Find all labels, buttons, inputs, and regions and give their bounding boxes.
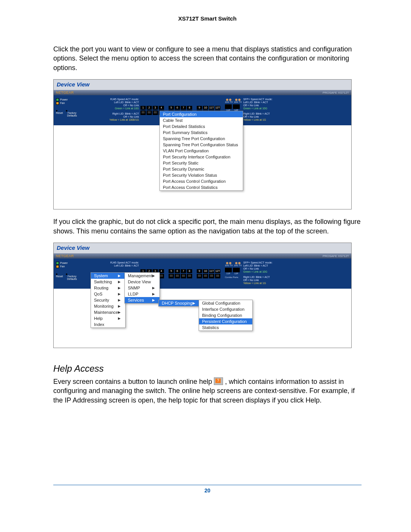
menu-port-access-control-config[interactable]: Port Access Control Configuration [160, 178, 243, 184]
menu-monitoring[interactable]: Monitoring▶ [91, 303, 125, 309]
menu-interface-config[interactable]: Interface Configuration [199, 306, 252, 312]
device-view-panel-2: Device View NETGEAR PROSAFE XS712T Power… [53, 243, 352, 348]
menu-security[interactable]: Security▶ [91, 297, 125, 303]
paragraph-2: If you click the graphic, but do not cli… [53, 217, 362, 236]
port-context-menu[interactable]: Port Configuration Cable Test Port Detai… [159, 111, 243, 191]
menu-cable-test[interactable]: Cable Test [160, 117, 243, 123]
menu-lldp[interactable]: LLDP▶ [125, 291, 159, 297]
help-icon [214, 377, 223, 385]
device-view-panel-1: Device View NETGEAR PROSAFE XS712T Power… [53, 79, 352, 209]
led-fan: Fan [60, 102, 65, 104]
brand-text: NETGEAR [56, 91, 74, 94]
main-menu-col3[interactable]: DHCP Snooping▶ [158, 300, 200, 307]
led-factory: Factory Defaults [67, 112, 77, 117]
menu-switching[interactable]: Switching▶ [91, 279, 125, 285]
menu-routing[interactable]: Routing▶ [91, 285, 125, 291]
menu-port-summary-statistics[interactable]: Port Summary Statistics [160, 129, 243, 136]
model-text: PROSAFE XS712T [323, 90, 351, 95]
menu-port-configuration[interactable]: Port Configuration [160, 111, 243, 117]
menu-management[interactable]: Management▶ [125, 273, 159, 279]
panel-title-2: Device View [54, 243, 351, 254]
led-reset: Reset [56, 112, 63, 114]
main-menu-col4[interactable]: Global Configuration Interface Configura… [199, 300, 253, 331]
menu-snmp[interactable]: SNMP▶ [125, 285, 159, 291]
menu-services[interactable]: Services▶ [125, 297, 159, 303]
menu-device-view[interactable]: Device View [125, 279, 159, 285]
model-text-2: PROSAFE XS712T [323, 254, 351, 259]
paragraph-3: Every screen contains a button to launch… [53, 377, 362, 405]
menu-qos[interactable]: QoS▶ [91, 291, 125, 297]
menu-stp-port-config[interactable]: Spanning Tree Port Configuration [160, 136, 243, 142]
help-access-heading: Help Access [53, 363, 362, 374]
menu-system[interactable]: System▶ [91, 273, 125, 279]
menu-port-security-dynamic[interactable]: Port Security Dynamic [160, 166, 243, 172]
menu-stp-port-config-status[interactable]: Spanning Tree Port Configuration Status [160, 142, 243, 148]
menu-global-config[interactable]: Global Configuration [199, 300, 252, 306]
menu-binding-config[interactable]: Binding Configuration [199, 312, 252, 318]
legend-left: RJ45 Speed ACT mode: Left LID: Blink = A… [78, 92, 140, 121]
menu-port-access-control-stats[interactable]: Port Access Control Statistics [160, 184, 243, 190]
menu-statistics[interactable]: Statistics [199, 324, 252, 331]
footer-rule [53, 485, 362, 485]
menu-maintenance[interactable]: Maintenance▶ [91, 309, 125, 315]
menu-index[interactable]: Index [91, 321, 125, 328]
legend-right: SFP+ Speed ACT mode: Left LID: Blink = A… [242, 92, 285, 121]
doc-title: XS712T Smart Switch [53, 15, 362, 22]
menu-port-security-violation[interactable]: Port Security Violation Status [160, 172, 243, 178]
panel-title: Device View [54, 80, 351, 90]
main-menu-col2[interactable]: Management▶ Device View SNMP▶ LLDP▶ Serv… [124, 272, 160, 304]
paragraph-1: Click the port you want to view or confi… [53, 45, 362, 72]
menu-port-security-interface[interactable]: Port Security Interface Configuration [160, 154, 243, 160]
menu-vlan-port-config[interactable]: VLAN Port Configuration [160, 148, 243, 154]
main-menu-col1[interactable]: System▶ Switching▶ Routing▶ QoS▶ Securit… [91, 272, 126, 328]
menu-dhcp-snooping[interactable]: DHCP Snooping▶ [159, 300, 200, 306]
page-number: 20 [53, 487, 362, 494]
menu-port-detailed-statistics[interactable]: Port Detailed Statistics [160, 123, 243, 129]
brand-text-2: NETGEAR [56, 254, 74, 258]
menu-port-security-static[interactable]: Port Security Static [160, 160, 243, 166]
led-power: Power [60, 98, 68, 101]
menu-persistent-config[interactable]: Persistent Configuration [199, 318, 252, 324]
menu-help[interactable]: Help▶ [91, 315, 125, 321]
